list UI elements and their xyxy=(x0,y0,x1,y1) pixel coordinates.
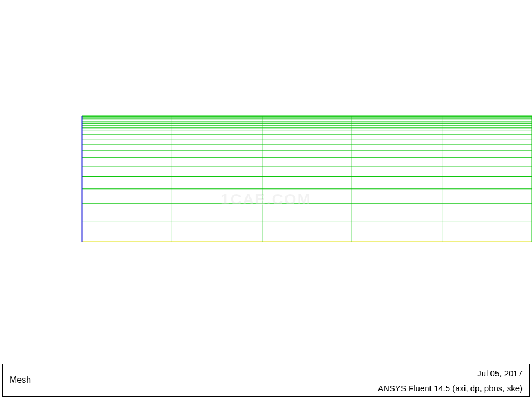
footer-bar: Mesh Jul 05, 2017 ANSYS Fluent 14.5 (axi… xyxy=(2,364,530,397)
footer-version: ANSYS Fluent 14.5 (axi, dp, pbns, ske) xyxy=(378,383,523,393)
mesh-viewport[interactable]: 1CAE.COM 流体那些事儿 方真在线 www.1CAE.com xyxy=(0,0,532,399)
watermark-center: 1CAE.COM xyxy=(221,191,311,208)
footer-date: Jul 05, 2017 xyxy=(477,369,523,378)
footer-title: Mesh xyxy=(9,375,31,385)
